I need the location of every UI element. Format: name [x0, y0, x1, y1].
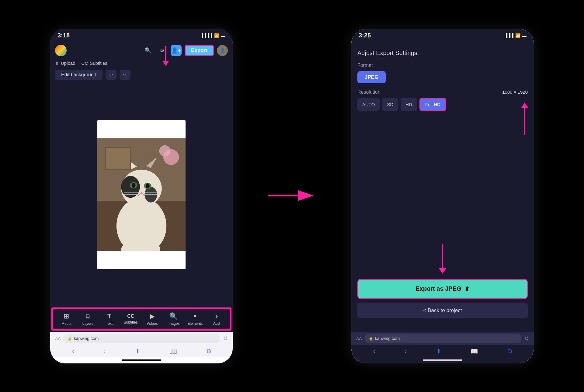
toolbar-videos[interactable]: ▶ Videos — [143, 312, 161, 326]
auto-resolution-button[interactable]: AUTO — [357, 98, 380, 111]
back-to-project-button[interactable]: < Back to project — [357, 303, 528, 318]
audio-icon: ♪ — [215, 312, 218, 320]
svg-point-11 — [146, 183, 149, 188]
tabs-button-right[interactable]: ⧉ — [508, 348, 512, 355]
toolbar-subtitles[interactable]: CC Subtitles — [122, 314, 140, 324]
home-indicator-left — [122, 359, 161, 361]
avatar: 👤 — [217, 45, 228, 56]
edit-background-button[interactable]: Edit background — [55, 70, 103, 80]
bookmarks-button-right[interactable]: 📖 — [471, 348, 478, 355]
home-indicator-right — [423, 359, 462, 361]
aa-text-right: AA — [356, 336, 362, 341]
canvas-area — [50, 82, 233, 307]
toolbar-text[interactable]: T Text — [100, 312, 118, 326]
export-action-area: Export as JPEG ⬆ < Back to project — [357, 279, 528, 324]
cat-background — [97, 138, 186, 251]
right-phone: 3:25 ▐▐▐ 📶 ▬ Adjust Export Settings: For… — [351, 29, 534, 363]
export-settings-panel: Adjust Export Settings: Format JPEG Reso… — [351, 42, 534, 332]
format-label: Format — [357, 63, 528, 68]
upload-icon: ⬆ — [55, 61, 59, 66]
browser-bar-left: AA 🔒 kapwing.com ↺ — [50, 332, 233, 345]
videos-icon: ▶ — [150, 312, 155, 320]
toolbar-images[interactable]: 🔍 Images — [165, 312, 183, 326]
tabs-button-left[interactable]: ⧉ — [207, 348, 211, 355]
media-icon: ⊞ — [64, 312, 69, 320]
toolbar-audio[interactable]: ♪ Aud — [207, 312, 226, 326]
upload-bar: ⬆ Upload CC Subtitles — [50, 59, 233, 68]
svg-point-20 — [159, 145, 171, 156]
battery-icon-right: ▬ — [522, 33, 527, 38]
lock-icon: 🔒 — [68, 336, 72, 341]
status-bar-right: 3:25 ▐▐▐ 📶 ▬ — [351, 29, 534, 42]
subtitles-item[interactable]: CC Subtitles — [82, 61, 107, 66]
export-jpeg-button[interactable]: Export as JPEG ⬆ — [357, 279, 528, 299]
export-button[interactable]: Export — [185, 45, 214, 56]
back-button-left[interactable]: ‹ — [72, 348, 74, 355]
home-bar-left — [50, 357, 233, 363]
home-bar-right — [351, 357, 534, 363]
images-icon: 🔍 — [169, 312, 178, 320]
undo-button[interactable]: ↩ — [106, 70, 116, 80]
resolution-section: Resolution: 1080 × 1920 AUTO SD HD Full … — [357, 89, 528, 111]
status-icons-left: ▐▐▐▐ 📶 ▬ — [200, 33, 225, 38]
canvas-bottom-white — [97, 251, 186, 269]
battery-icon: ▬ — [221, 33, 225, 38]
status-icons-right: ▐▐▐ 📶 ▬ — [504, 33, 527, 38]
logo — [55, 45, 67, 56]
canvas-preview — [97, 120, 186, 269]
add-user-button[interactable]: 👤+ — [171, 45, 182, 56]
settings-icon[interactable]: ⚙ — [157, 45, 168, 56]
forward-button-left[interactable]: › — [103, 348, 106, 355]
upload-item[interactable]: ⬆ Upload — [55, 61, 75, 66]
browser-nav-right: ‹ › ⬆ 📖 ⧉ — [351, 345, 534, 357]
reload-button-right[interactable]: ↺ — [524, 335, 529, 342]
sd-resolution-button[interactable]: SD — [382, 98, 398, 111]
lock-icon-right: 🔒 — [369, 336, 373, 341]
subtitles-icon: CC — [82, 61, 88, 66]
status-time-left: 3:18 — [57, 32, 70, 39]
wifi-icon: 📶 — [214, 33, 219, 38]
share-icon: ⬆ — [464, 285, 470, 293]
center-arrow-svg — [265, 186, 319, 205]
hd-resolution-button[interactable]: HD — [401, 98, 417, 111]
back-button-right[interactable]: ‹ — [373, 348, 375, 355]
center-arrow — [265, 186, 319, 206]
share-button-right[interactable]: ⬆ — [436, 348, 441, 355]
resolution-buttons: AUTO SD HD Full HD — [357, 98, 528, 111]
signal-icon-right: ▐▐▐ — [504, 33, 513, 38]
resolution-header-row: Resolution: 1080 × 1920 — [357, 89, 528, 95]
left-phone: 3:18 ▐▐▐▐ 📶 ▬ 🔍 ⚙ 👤+ Export 👤 — [50, 29, 233, 363]
bookmarks-button-left[interactable]: 📖 — [169, 348, 177, 355]
edit-bg-row: Edit background ↩ ↪ — [50, 68, 233, 82]
editor-header: 🔍 ⚙ 👤+ Export 👤 — [50, 42, 233, 59]
forward-button-right[interactable]: › — [405, 348, 407, 355]
format-section: Format JPEG — [357, 63, 528, 83]
redo-button[interactable]: ↪ — [120, 70, 130, 80]
wifi-icon-right: 📶 — [515, 33, 520, 38]
settings-title: Adjust Export Settings: — [357, 50, 528, 57]
text-icon: T — [107, 312, 111, 320]
toolbar-layers[interactable]: ⧉ Layers — [79, 312, 97, 326]
share-button-left[interactable]: ⬆ — [135, 348, 140, 355]
fullhd-resolution-button[interactable]: Full HD — [419, 98, 446, 111]
jpeg-format-button[interactable]: JPEG — [357, 71, 386, 83]
search-icon[interactable]: 🔍 — [143, 45, 154, 56]
url-bar-right[interactable]: 🔒 kapwing.com — [365, 334, 521, 343]
cat-svg — [97, 138, 186, 251]
elements-icon: ✦ — [192, 312, 198, 320]
status-bar-left: 3:18 ▐▐▐▐ 📶 ▬ — [50, 29, 233, 42]
bottom-toolbar: ⊞ Media ⧉ Layers T Text CC Subtitles — [52, 308, 231, 330]
toolbar-media[interactable]: ⊞ Media — [57, 312, 75, 326]
toolbar-elements[interactable]: ✦ Elements — [186, 312, 204, 326]
signal-icon: ▐▐▐▐ — [200, 33, 212, 38]
svg-point-9 — [132, 182, 135, 187]
canvas-top-white — [97, 120, 186, 138]
subtitles-icon: CC — [127, 314, 134, 319]
resolution-size: 1080 × 1920 — [502, 89, 528, 95]
cat-image — [97, 138, 186, 251]
header-actions: 🔍 ⚙ 👤+ Export 👤 — [70, 45, 228, 56]
browser-nav-left: ‹ › ⬆ 📖 ⧉ — [50, 345, 233, 357]
reload-button-left[interactable]: ↺ — [223, 335, 228, 342]
url-bar-left[interactable]: 🔒 kapwing.com — [64, 334, 220, 343]
layers-icon: ⧉ — [85, 312, 90, 320]
